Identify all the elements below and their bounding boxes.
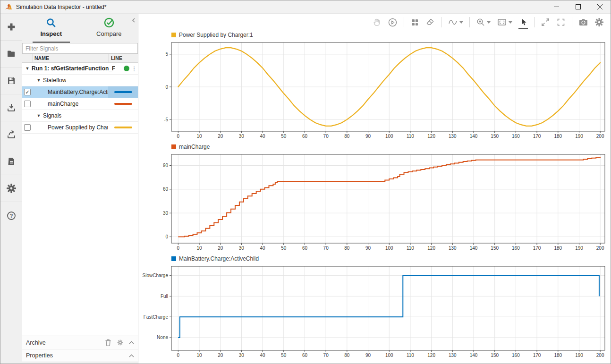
check-circle-icon xyxy=(103,17,115,28)
preferences-button[interactable] xyxy=(0,175,22,202)
legend-label: Power Supplied by Charger:1 xyxy=(179,32,253,38)
svg-text:200: 200 xyxy=(596,353,604,358)
export-button[interactable] xyxy=(0,121,22,148)
titlebar: Simulation Data Inspector - untitled* xyxy=(0,0,611,14)
zoom-button[interactable] xyxy=(476,17,491,27)
header-name-column: NAME xyxy=(33,55,108,61)
signal-row-maincharge[interactable]: mainCharge xyxy=(22,98,138,110)
help-icon: ? xyxy=(6,211,17,221)
chart-toolbar xyxy=(138,14,611,31)
signal-label: Power Supplied by Charger:1 xyxy=(48,124,108,131)
svg-text:0: 0 xyxy=(177,353,180,358)
svg-text:0: 0 xyxy=(177,245,180,251)
minimize-button[interactable] xyxy=(545,0,567,13)
collapse-panel-button[interactable] xyxy=(131,17,136,25)
filter-signals-input[interactable] xyxy=(23,45,137,52)
expand-button[interactable] xyxy=(541,17,550,27)
svg-text:-5: -5 xyxy=(164,117,168,122)
help-button[interactable]: ? xyxy=(0,202,22,229)
svg-text:None: None xyxy=(157,335,168,340)
open-button[interactable] xyxy=(0,41,22,68)
chevron-down-icon xyxy=(487,21,491,24)
tab-compare[interactable]: Compare xyxy=(80,14,138,43)
play-circle-icon xyxy=(388,17,398,27)
svg-text:160: 160 xyxy=(512,134,520,139)
chart-legend: MainBattery.Charge:ActiveChild xyxy=(171,254,611,263)
svg-text:80: 80 xyxy=(344,245,350,251)
maincharge-plot[interactable]: 0102030405060708090100110120130140150160… xyxy=(141,152,610,252)
svg-text:60: 60 xyxy=(302,134,308,139)
chart-activechild[interactable]: MainBattery.Charge:ActiveChild 010203040… xyxy=(141,254,611,361)
svg-text:130: 130 xyxy=(449,245,457,251)
signal-row-power[interactable]: Power Supplied by Charger:1 xyxy=(22,122,138,134)
signal-row-activechild[interactable]: ✓ MainBattery.Charge:ActiveChild xyxy=(22,86,138,98)
run-expand-caret[interactable]: ▼ xyxy=(25,66,30,71)
layout-button[interactable] xyxy=(410,18,419,27)
svg-text:190: 190 xyxy=(575,134,583,139)
archive-section-header[interactable]: Archive xyxy=(22,336,138,349)
matlab-logo-icon xyxy=(5,3,12,11)
tab-bar: Inspect Compare xyxy=(22,14,138,43)
maximize-button[interactable] xyxy=(567,0,589,13)
tab-inspect[interactable]: Inspect xyxy=(22,14,80,43)
group-expand-caret[interactable]: ▼ xyxy=(36,113,41,118)
layout-grid-icon xyxy=(410,18,419,27)
signal-line-swatch xyxy=(114,91,132,93)
svg-text:60: 60 xyxy=(302,245,308,251)
svg-text:50: 50 xyxy=(281,245,287,251)
close-icon xyxy=(597,4,603,9)
expand-diagonal-icon xyxy=(541,17,550,27)
signal-checkbox-checked[interactable]: ✓ xyxy=(24,89,31,95)
group-row-signals[interactable]: ▼ Signals xyxy=(22,110,138,122)
chevron-up-icon[interactable] xyxy=(129,354,134,357)
pan-button[interactable] xyxy=(372,17,382,27)
activechild-plot[interactable]: 0102030405060708090100110120130140150160… xyxy=(141,264,610,359)
power-supplied-plot[interactable]: 0102030405060708090100110120130140150160… xyxy=(141,40,610,140)
chevron-up-icon[interactable] xyxy=(129,341,134,344)
legend-label: MainBattery.Charge:ActiveChild xyxy=(179,255,259,262)
import-button[interactable] xyxy=(0,94,22,121)
save-button[interactable] xyxy=(0,68,22,94)
table-header: NAME LINE xyxy=(22,54,138,63)
svg-text:30: 30 xyxy=(239,245,245,251)
chart-power-supplied[interactable]: Power Supplied by Charger:1 010203040506… xyxy=(141,31,611,142)
svg-text:110: 110 xyxy=(407,353,414,358)
group-row-stateflow[interactable]: ▼ Stateflow xyxy=(22,75,138,86)
trash-icon[interactable] xyxy=(105,339,111,346)
signal-checkbox-unchecked[interactable] xyxy=(24,101,31,107)
fit-to-view-icon xyxy=(497,17,507,27)
chart-maincharge[interactable]: mainCharge 01020304050607080901001101201… xyxy=(141,143,611,254)
run-menu-button[interactable]: ⋮ xyxy=(130,65,138,72)
snapshot-button[interactable] xyxy=(578,18,588,27)
archive-settings-gear-icon[interactable] xyxy=(117,339,123,346)
close-button[interactable] xyxy=(589,0,611,13)
clear-plots-button[interactable] xyxy=(425,17,435,27)
legend-swatch xyxy=(171,33,176,37)
properties-section-header[interactable]: Properties xyxy=(22,349,138,362)
add-button[interactable] xyxy=(0,14,22,41)
signal-display-button[interactable] xyxy=(448,17,463,27)
run-status-dot xyxy=(124,66,129,71)
plot-settings-button[interactable] xyxy=(594,17,604,27)
eraser-icon xyxy=(425,17,435,27)
fullscreen-button[interactable] xyxy=(556,17,566,27)
fit-to-view-button[interactable] xyxy=(497,17,512,27)
svg-text:0: 0 xyxy=(177,134,180,139)
pointer-tool-button[interactable] xyxy=(518,17,528,27)
hand-pan-icon xyxy=(372,17,382,27)
svg-text:30: 30 xyxy=(239,134,245,139)
signal-checkbox-unchecked[interactable] xyxy=(24,124,31,131)
svg-text:SlowCharge: SlowCharge xyxy=(143,273,169,278)
plus-icon xyxy=(6,22,17,32)
svg-text:100: 100 xyxy=(385,134,393,139)
svg-text:110: 110 xyxy=(407,134,414,139)
svg-text:180: 180 xyxy=(554,353,562,358)
svg-text:50: 50 xyxy=(281,134,287,139)
svg-text:150: 150 xyxy=(491,134,499,139)
run-row[interactable]: ▼ Run 1: sfGetStartedFunction_F ⋮ xyxy=(22,63,138,75)
svg-text:40: 40 xyxy=(260,134,266,139)
replay-button[interactable] xyxy=(388,17,398,27)
group-expand-caret[interactable]: ▼ xyxy=(36,78,41,83)
properties-label: Properties xyxy=(26,352,53,359)
create-report-button[interactable] xyxy=(0,148,22,175)
